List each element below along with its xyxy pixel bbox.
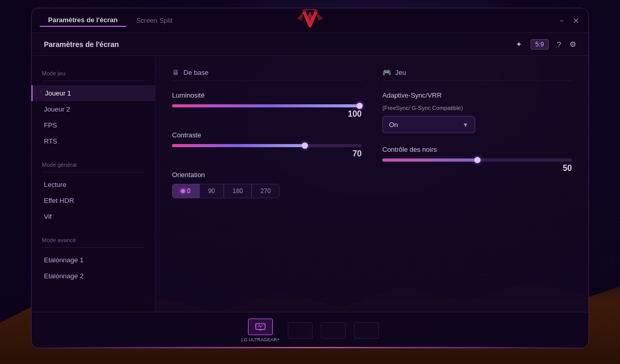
tab-params-ecran[interactable]: Paramètres de l'écran	[40, 14, 126, 27]
sidebar-item-lecture[interactable]: Lecture	[32, 177, 155, 193]
dropdown-arrow-icon: ▼	[462, 121, 469, 129]
settings-icon[interactable]: ⚙	[569, 40, 576, 49]
section-jeu-label: Jeu	[395, 69, 406, 76]
contraste-slider-fill	[172, 144, 305, 147]
cursor-icon: ✦	[516, 40, 522, 49]
sidebar-item-effet-hdr[interactable]: Effet HDR	[32, 193, 155, 209]
luminosite-label: Luminosité	[172, 91, 362, 99]
minimize-button[interactable]: −	[557, 17, 566, 25]
monitor-section-icon: 🖥	[172, 68, 179, 76]
contraste-slider-thumb[interactable]	[302, 143, 308, 149]
sidebar-item-vif[interactable]: Vif	[32, 209, 155, 225]
orientation-btn-0[interactable]: 0	[172, 184, 199, 198]
contraste-slider-container[interactable]	[172, 144, 362, 147]
tab-screen-split[interactable]: Screen Split	[126, 14, 183, 26]
monitor-placeholder-3[interactable]	[321, 322, 346, 339]
content-panel: 🖥 De base Luminosité 100	[156, 56, 588, 312]
controle-noirs-slider-thumb[interactable]	[474, 157, 481, 163]
orientation-dot	[181, 189, 185, 193]
luminosite-slider-container[interactable]	[172, 104, 362, 107]
active-monitor-icon	[248, 319, 273, 335]
toolbar: Paramètres de l'écran ✦ 5:9 ? ⚙	[32, 33, 588, 56]
help-icon[interactable]: ?	[557, 40, 561, 49]
sidebar-item-etalonnage1[interactable]: Etalonnage 1	[32, 252, 155, 268]
panel-col-right: 🎮 Jeu Adaptive-Sync/VRR (FreeSync/ G-Syn…	[382, 68, 572, 211]
sidebar-divider-2	[42, 172, 145, 172]
orientation-buttons: 0 90 180 270	[172, 184, 362, 198]
sidebar-section-general-label: Mode général	[32, 157, 155, 170]
contraste-value: 70	[172, 149, 362, 159]
luminosite-value: 100	[172, 109, 362, 119]
app-window: Paramètres de l'écran Screen Split − ✕	[31, 8, 589, 349]
controle-noirs-slider-container[interactable]	[382, 159, 572, 162]
bottom-bar: LG ULTRAGEAR+	[32, 312, 588, 348]
controle-noirs-value: 50	[382, 164, 572, 173]
monitor-placeholder-2[interactable]	[288, 322, 313, 339]
contraste-slider-track	[172, 144, 362, 147]
sidebar-divider-1	[42, 81, 145, 81]
contraste-group: Contraste 70	[172, 131, 362, 159]
active-monitor-label: LG ULTRAGEAR+	[241, 337, 280, 342]
sidebar-divider-3	[42, 247, 145, 248]
sidebar-section-game-label: Mode jeu	[32, 66, 155, 78]
app-logo	[295, 9, 326, 34]
orientation-label: Orientation	[172, 171, 362, 179]
aspect-ratio-badge: 5:9	[531, 39, 549, 50]
luminosite-slider-fill	[172, 104, 362, 107]
sidebar-item-rts[interactable]: RTS	[32, 133, 155, 149]
monitor-thumb-active[interactable]: LG ULTRAGEAR+	[241, 319, 280, 342]
adaptive-sync-label: Adaptive-Sync/VRR	[382, 91, 572, 99]
monitor-placeholder-4[interactable]	[354, 322, 379, 339]
section-debase-label: De base	[183, 69, 208, 76]
orientation-btn-90[interactable]: 90	[199, 184, 224, 198]
section-header-debase: 🖥 De base	[172, 68, 362, 81]
sidebar-item-joueur2[interactable]: Joueur 2	[32, 101, 155, 117]
close-button[interactable]: ✕	[572, 17, 580, 25]
section-header-jeu: 🎮 Jeu	[382, 68, 572, 81]
window-controls: − ✕	[557, 17, 580, 25]
panel-row: 🖥 De base Luminosité 100	[172, 68, 572, 211]
panel-col-left: 🖥 De base Luminosité 100	[172, 68, 362, 211]
orientation-btn-270[interactable]: 270	[252, 184, 280, 198]
gamepad-section-icon: 🎮	[382, 68, 391, 76]
contraste-label: Contraste	[172, 131, 362, 139]
luminosite-group: Luminosité 100	[172, 91, 362, 119]
title-bar: Paramètres de l'écran Screen Split − ✕	[32, 8, 588, 33]
sidebar-item-joueur1[interactable]: Joueur 1	[32, 85, 155, 101]
adaptive-sync-dropdown[interactable]: On ▼	[382, 116, 475, 133]
controle-noirs-label: Contrôle des noirs	[382, 146, 572, 153]
orientation-btn-180[interactable]: 180	[224, 184, 252, 198]
adaptive-sync-sublabel: (FreeSync/ G-Sync Compatible)	[382, 104, 572, 112]
toolbar-right: ✦ 5:9 ? ⚙	[516, 39, 576, 50]
luminosite-slider-thumb[interactable]	[357, 103, 363, 109]
toolbar-title: Paramètres de l'écran	[44, 40, 516, 49]
adaptive-sync-value: On	[389, 121, 398, 129]
controle-noirs-slider-track	[382, 159, 572, 162]
controle-noirs-group: Contrôle des noirs 50	[382, 146, 572, 173]
controle-noirs-slider-fill	[382, 159, 477, 162]
main-content: Mode jeu Joueur 1 Joueur 2 FPS RTS Mode …	[32, 56, 588, 312]
monitor-svg	[255, 323, 266, 330]
sidebar-item-etalonnage2[interactable]: Etalonnage 2	[32, 268, 155, 284]
luminosite-slider-track	[172, 104, 362, 107]
sidebar-section-advanced-label: Mode avancé	[32, 233, 155, 245]
sidebar-item-fps[interactable]: FPS	[32, 117, 155, 133]
orientation-group: Orientation 0 90 180 270	[172, 171, 362, 198]
sidebar: Mode jeu Joueur 1 Joueur 2 FPS RTS Mode …	[32, 56, 156, 312]
adaptive-sync-group: Adaptive-Sync/VRR (FreeSync/ G-Sync Comp…	[382, 91, 572, 133]
